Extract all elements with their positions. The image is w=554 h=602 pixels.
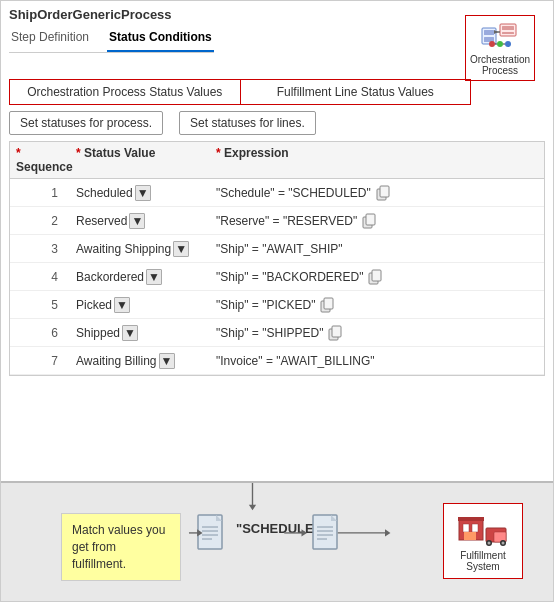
dropdown-3[interactable]: ▼ — [173, 241, 189, 257]
set-lines-statuses-button[interactable]: Set statuses for lines. — [179, 111, 316, 135]
header-expression: * Expression — [216, 146, 538, 174]
svg-point-8 — [505, 41, 511, 47]
svg-rect-36 — [463, 524, 469, 532]
dropdown-2[interactable]: ▼ — [129, 213, 145, 229]
dropdown-4[interactable]: ▼ — [146, 269, 162, 285]
fulfillment-system-label: FulfillmentSystem — [460, 550, 506, 572]
seq-cell-2: 2 — [10, 211, 70, 231]
status-cell-6: Shipped ▼ — [70, 322, 210, 344]
table-row: 5 Picked ▼ "Ship" = "PICKED" — [10, 291, 544, 319]
status-cell-7: Awaiting Billing ▼ — [70, 350, 210, 372]
expr-cell-7: "Invoice" = "AWAIT_BILLING" — [210, 351, 544, 371]
dropdown-6[interactable]: ▼ — [122, 325, 138, 341]
fulfillment-system-box: FulfillmentSystem — [443, 503, 523, 579]
table-row: 7 Awaiting Billing ▼ "Invoice" = "AWAIT_… — [10, 347, 544, 375]
fulfillment-icon — [458, 510, 508, 548]
status-cell-1: Scheduled ▼ — [70, 182, 210, 204]
header-sequence: * Sequence — [16, 146, 76, 174]
seq-cell-7: 7 — [10, 351, 70, 371]
svg-rect-18 — [372, 270, 381, 281]
document-icon-left — [196, 513, 228, 556]
status-tabs-container: Orchestration Process Status Values Fulf… — [9, 79, 471, 105]
svg-rect-5 — [502, 32, 514, 34]
tab-orchestration-status[interactable]: Orchestration Process Status Values — [10, 80, 241, 104]
expr-cell-5: "Ship" = "PICKED" — [210, 294, 544, 316]
svg-point-45 — [502, 542, 505, 545]
orchestration-icon-label: OrchestrationProcess — [470, 54, 530, 76]
status-table: * Sequence * Status Value * Expression 1… — [9, 141, 545, 376]
dropdown-5[interactable]: ▼ — [114, 297, 130, 313]
svg-rect-38 — [464, 532, 476, 540]
tab-status-conditions[interactable]: Status Conditions — [107, 26, 214, 52]
orchestration-icon — [480, 20, 520, 52]
page-title: ShipOrderGenericProcess — [9, 7, 214, 22]
dropdown-7[interactable]: ▼ — [159, 353, 175, 369]
expr-cell-1: "Schedule" = "SCHEDULED" — [210, 182, 544, 204]
status-cell-4: Backordered ▼ — [70, 266, 210, 288]
table-row: 4 Backordered ▼ "Ship" = "BACKORDERED" — [10, 263, 544, 291]
svg-rect-4 — [502, 26, 514, 30]
svg-marker-53 — [385, 529, 390, 536]
svg-point-10 — [489, 41, 495, 47]
table-row: 2 Reserved ▼ "Reserve" = "RESERVED" — [10, 207, 544, 235]
match-tooltip: Match values you get from fulfillment. — [61, 513, 181, 581]
svg-rect-1 — [484, 30, 494, 35]
tab-step-definition[interactable]: Step Definition — [9, 26, 91, 52]
copy-icon-1[interactable] — [375, 185, 391, 201]
copy-icon-6[interactable] — [327, 325, 343, 341]
table-row: 1 Scheduled ▼ "Schedule" = "SCHEDULED" — [10, 179, 544, 207]
copy-icon-5[interactable] — [319, 297, 335, 313]
svg-rect-14 — [380, 186, 389, 197]
document-icon-right — [311, 513, 343, 556]
dropdown-1[interactable]: ▼ — [135, 185, 151, 201]
svg-point-9 — [497, 41, 503, 47]
page-header: ShipOrderGenericProcess Step Definition … — [1, 1, 553, 73]
copy-icon-2[interactable] — [361, 213, 377, 229]
seq-cell-5: 5 — [10, 295, 70, 315]
expr-cell-6: "Ship" = "SHIPPED" — [210, 322, 544, 344]
status-cell-2: Reserved ▼ — [70, 210, 210, 232]
tab-fulfillment-status[interactable]: Fulfillment Line Status Values — [241, 80, 471, 104]
svg-point-44 — [488, 542, 491, 545]
status-cell-3: Awaiting Shipping ▼ — [70, 238, 210, 260]
seq-cell-3: 3 — [10, 239, 70, 259]
expr-cell-2: "Reserve" = "RESERVED" — [210, 210, 544, 232]
seq-cell-4: 4 — [10, 267, 70, 287]
table-row: 6 Shipped ▼ "Ship" = "SHIPPED" — [10, 319, 544, 347]
svg-rect-39 — [458, 517, 484, 521]
button-row: Set statuses for process. Set statuses f… — [9, 111, 545, 135]
expr-cell-4: "Ship" = "BACKORDERED" — [210, 266, 544, 288]
copy-icon-4[interactable] — [367, 269, 383, 285]
main-content: Orchestration Process Status Values Fulf… — [1, 73, 553, 481]
status-cell-5: Picked ▼ — [70, 294, 210, 316]
expr-cell-3: "Ship" = "AWAIT_SHIP" — [210, 239, 544, 259]
seq-cell-1: 1 — [10, 183, 70, 203]
svg-rect-37 — [472, 524, 478, 532]
svg-rect-22 — [332, 326, 341, 337]
svg-rect-16 — [366, 214, 375, 225]
svg-rect-20 — [324, 298, 333, 309]
svg-marker-47 — [249, 505, 256, 510]
table-header: * Sequence * Status Value * Expression — [10, 142, 544, 179]
bottom-diagram: Match values you get from fulfillment. "… — [1, 481, 553, 601]
seq-cell-6: 6 — [10, 323, 70, 343]
tab-bar: Step Definition Status Conditions — [9, 26, 214, 53]
orchestration-process-icon-box: OrchestrationProcess — [465, 15, 535, 81]
header-status-value: * Status Value — [76, 146, 216, 174]
set-process-statuses-button[interactable]: Set statuses for process. — [9, 111, 163, 135]
table-row: 3 Awaiting Shipping ▼ "Ship" = "AWAIT_SH… — [10, 235, 544, 263]
